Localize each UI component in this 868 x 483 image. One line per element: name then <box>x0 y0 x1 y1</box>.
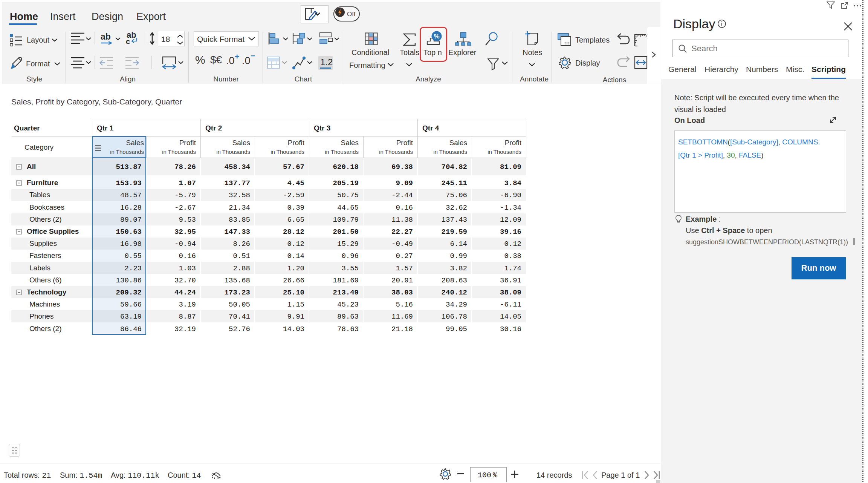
svg-text:%: % <box>434 33 439 40</box>
